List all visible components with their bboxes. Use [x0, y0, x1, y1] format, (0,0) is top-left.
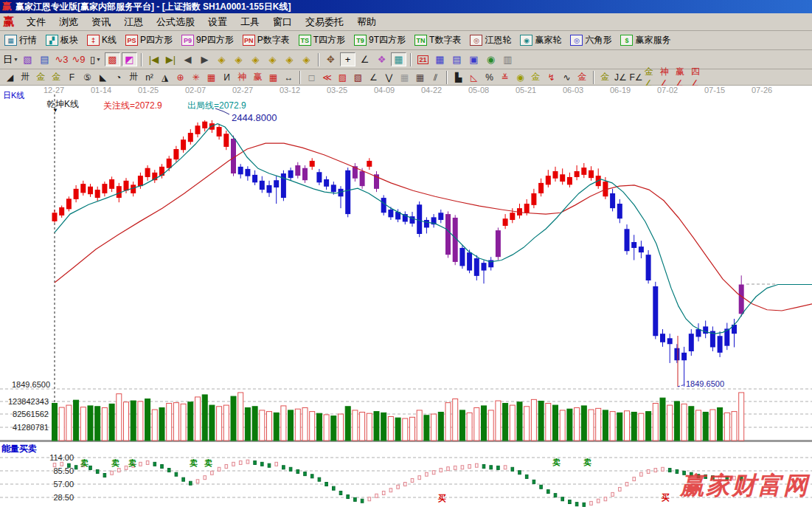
print-icon[interactable]: ▥: [500, 52, 516, 66]
zoom-left-icon[interactable]: ◈: [214, 52, 229, 66]
gold-ruler-2-icon[interactable]: 金: [49, 71, 63, 83]
zoom-out-icon[interactable]: ◈: [282, 52, 297, 66]
quotes-button[interactable]: ▦行情: [2, 33, 39, 47]
single-candle-icon[interactable]: ▯▼: [88, 52, 103, 66]
fib-ruler-icon[interactable]: F: [65, 71, 79, 83]
kline-button[interactable]: ‡K线: [85, 33, 119, 47]
sectors-button[interactable]: ▞板块: [44, 33, 80, 47]
mini-chart-9-icon[interactable]: ∿9: [71, 52, 86, 66]
grid-light-icon[interactable]: ▦: [398, 71, 412, 83]
kline-chart-canvas[interactable]: 卖卖卖卖卖卖卖买买: [0, 86, 812, 507]
color-chart-icon[interactable]: ◩: [122, 52, 137, 66]
zoom-in-icon[interactable]: ◈: [265, 52, 280, 66]
angle-line-icon[interactable]: ∠: [367, 71, 381, 83]
marker-pen-icon[interactable]: ↯: [544, 71, 558, 83]
chart-area[interactable]: 卖卖卖卖卖卖卖买买 12-2701-1401-2502-0702-2703-12…: [0, 86, 812, 507]
angle-gold-icon[interactable]: 金∠: [645, 71, 659, 83]
angle-j-icon[interactable]: J∠: [614, 71, 628, 83]
go-last-icon[interactable]: ▶|: [163, 52, 178, 66]
menu-item-4[interactable]: 公式选股: [150, 15, 201, 29]
fan-box-dark-icon[interactable]: ▧: [351, 71, 365, 83]
angle-a-icon[interactable]: ◮: [158, 71, 172, 83]
gann-ruler-icon[interactable]: 卅: [18, 71, 32, 83]
grid-123-icon[interactable]: ▦: [266, 71, 280, 83]
zoom-horiz-icon[interactable]: ◈: [248, 52, 263, 66]
gold-lines-icon[interactable]: 金: [529, 71, 543, 83]
info-panel-icon[interactable]: ▤: [37, 52, 52, 66]
calculator-icon[interactable]: ▦: [432, 52, 448, 66]
chevron-down-icon[interactable]: ▼: [52, 107, 58, 114]
percent-tool-icon[interactable]: %: [482, 71, 496, 83]
wave-tool-icon[interactable]: ∿: [560, 71, 574, 83]
pattern-tool-icon[interactable]: ▦: [391, 52, 406, 66]
angle-ying-icon[interactable]: 赢∠: [676, 71, 690, 83]
gann-grid-icon[interactable]: ▦: [204, 71, 218, 83]
9p-square-button[interactable]: P99P四方形: [179, 33, 236, 47]
gann-n-icon[interactable]: И: [220, 71, 234, 83]
menu-item-8[interactable]: 交易委托: [299, 15, 350, 29]
menu-item-3[interactable]: 江恩: [117, 15, 150, 29]
pct-triangle-icon[interactable]: ◺: [467, 71, 481, 83]
fan-box-icon[interactable]: ▨: [336, 71, 350, 83]
menu-item-9[interactable]: 帮助: [350, 15, 383, 29]
gold-ruler-1-icon[interactable]: 金: [34, 71, 48, 83]
box-tool-icon[interactable]: ◻: [305, 71, 319, 83]
winner-wheel-button[interactable]: ◉赢家轮: [518, 33, 563, 47]
mini-chart-3-icon[interactable]: ∿3: [54, 52, 69, 66]
angle-si-icon[interactable]: 四∠: [691, 71, 705, 83]
t-number-button[interactable]: TNT数字表: [412, 33, 463, 47]
calendar-icon[interactable]: 21: [415, 52, 431, 66]
menu-item-1[interactable]: 浏览: [52, 15, 85, 29]
gann-star-icon[interactable]: ✳: [189, 71, 203, 83]
pen-2-icon[interactable]: ◣: [96, 71, 110, 83]
zoom-all-icon[interactable]: ◈: [299, 52, 314, 66]
spiral-5-icon[interactable]: ⑤: [80, 71, 94, 83]
9t-square-button[interactable]: T99T四方形: [352, 33, 408, 47]
hand-tool-icon[interactable]: ✥: [323, 52, 339, 66]
menu-item-2[interactable]: 资讯: [85, 15, 117, 29]
period-day-icon[interactable]: 日▼: [3, 52, 18, 66]
parallel-lines-icon[interactable]: ⫽: [428, 71, 443, 83]
draw-pen-icon[interactable]: ◢: [3, 71, 17, 83]
save-icon[interactable]: ▣: [466, 52, 482, 66]
angle-shen-icon[interactable]: 神∠: [660, 71, 674, 83]
hexagon-button[interactable]: ◎六角形: [568, 33, 614, 47]
ray-fan-icon[interactable]: ≪: [320, 71, 334, 83]
go-prev-icon[interactable]: ◀: [180, 52, 195, 66]
flower-tool-icon[interactable]: ❖: [374, 52, 389, 66]
gann-target-icon[interactable]: ⊕: [173, 71, 187, 83]
zigzag-icon[interactable]: ⋁: [382, 71, 396, 83]
circle-3-icon[interactable]: ◔: [111, 71, 125, 83]
zoom-right-icon[interactable]: ◈: [231, 52, 246, 66]
layout-pattern-icon[interactable]: ▧: [20, 52, 35, 66]
pct-line-icon[interactable]: ≚: [498, 71, 512, 83]
menu-item-7[interactable]: 窗口: [266, 15, 299, 29]
p-number-button[interactable]: PNP数字表: [240, 33, 292, 47]
go-next-icon[interactable]: ▶: [197, 52, 212, 66]
menu-item-0[interactable]: 文件: [20, 15, 52, 29]
go-first-icon[interactable]: |◀: [146, 52, 162, 66]
gold-red-icon[interactable]: 金: [575, 71, 589, 83]
winner-service-button[interactable]: $赢家服务: [618, 33, 673, 47]
grid-style-icon[interactable]: ▩: [105, 52, 120, 66]
ying-ruler-icon[interactable]: 赢: [251, 71, 265, 83]
web-settings-icon[interactable]: ◉: [483, 52, 499, 66]
n-squared-icon[interactable]: n²: [142, 71, 156, 83]
notes-icon[interactable]: ▤: [449, 52, 465, 66]
angle-f-icon[interactable]: F∠: [629, 71, 643, 83]
menu-item-6[interactable]: 工具: [234, 15, 266, 29]
steps-tool-icon[interactable]: ▙: [451, 71, 465, 83]
shen-ruler-icon[interactable]: 神: [235, 71, 249, 83]
grid-dark-icon[interactable]: ▦: [413, 71, 427, 83]
gann-wheel-button[interactable]: ◎江恩轮: [468, 33, 513, 47]
menu-item-5[interactable]: 设置: [201, 15, 234, 29]
t-square-button[interactable]: TST四方形: [296, 33, 347, 47]
gold-underline-icon[interactable]: 金: [598, 71, 612, 83]
overlay-indicator-name[interactable]: 乾坤K线: [46, 98, 79, 111]
width-arrows-icon[interactable]: ↔: [282, 71, 296, 83]
ruler-2-icon[interactable]: 卅: [127, 71, 141, 83]
gold-circle-icon[interactable]: ◉: [513, 71, 527, 83]
crosshair-tool-icon[interactable]: +: [340, 52, 355, 66]
angle-tool-icon[interactable]: ∠: [357, 52, 372, 66]
p-square-button[interactable]: PSP四方形: [123, 33, 175, 47]
